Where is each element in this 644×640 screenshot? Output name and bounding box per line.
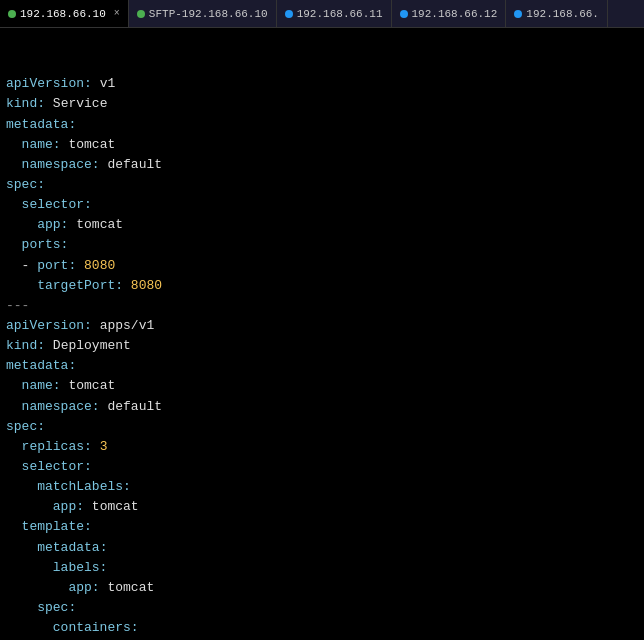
tab-bar: 192.168.66.10×SFTP-192.168.66.10192.168.… [0, 0, 644, 28]
tab-tab2[interactable]: SFTP-192.168.66.10 [129, 0, 277, 27]
tab-icon-tab4 [400, 10, 408, 18]
terminal-line: labels: [6, 558, 638, 578]
tab-tab4[interactable]: 192.168.66.12 [392, 0, 507, 27]
tab-label-tab4: 192.168.66.12 [412, 8, 498, 20]
terminal-line: containers: [6, 618, 638, 638]
tab-icon-tab5 [514, 10, 522, 18]
tab-tab5[interactable]: 192.168.66. [506, 0, 608, 27]
terminal-line: spec: [6, 417, 638, 437]
terminal-line: kind: Service [6, 94, 638, 114]
terminal-line: replicas: 3 [6, 437, 638, 457]
terminal-line: selector: [6, 457, 638, 477]
terminal-line: apiVersion: apps/v1 [6, 316, 638, 336]
terminal-line: kind: Deployment [6, 336, 638, 356]
tab-label-tab1: 192.168.66.10 [20, 8, 106, 20]
tab-label-tab3: 192.168.66.11 [297, 8, 383, 20]
terminal-line: name: tomcat [6, 135, 638, 155]
terminal[interactable]: apiVersion: v1kind: Servicemetadata: nam… [0, 28, 644, 640]
terminal-line: metadata: [6, 115, 638, 135]
terminal-line: apiVersion: v1 [6, 74, 638, 94]
tab-icon-tab1 [8, 10, 16, 18]
tab-icon-tab3 [285, 10, 293, 18]
tab-tab1[interactable]: 192.168.66.10× [0, 0, 129, 27]
terminal-line: targetPort: 8080 [6, 276, 638, 296]
terminal-line: metadata: [6, 538, 638, 558]
terminal-line: ports: [6, 235, 638, 255]
terminal-line: app: tomcat [6, 215, 638, 235]
terminal-line: namespace: default [6, 155, 638, 175]
terminal-line: spec: [6, 175, 638, 195]
tab-close-tab1[interactable]: × [114, 8, 120, 19]
terminal-line: app: tomcat [6, 497, 638, 517]
tab-label-tab2: SFTP-192.168.66.10 [149, 8, 268, 20]
terminal-line: - port: 8080 [6, 256, 638, 276]
terminal-line: spec: [6, 598, 638, 618]
terminal-line: template: [6, 517, 638, 537]
tab-icon-tab2 [137, 10, 145, 18]
terminal-line: selector: [6, 195, 638, 215]
terminal-line: --- [6, 296, 638, 316]
terminal-line: namespace: default [6, 397, 638, 417]
tab-label-tab5: 192.168.66. [526, 8, 599, 20]
terminal-line: name: tomcat [6, 376, 638, 396]
terminal-line: matchLabels: [6, 477, 638, 497]
terminal-line: app: tomcat [6, 578, 638, 598]
tab-tab3[interactable]: 192.168.66.11 [277, 0, 392, 27]
terminal-line: metadata: [6, 356, 638, 376]
